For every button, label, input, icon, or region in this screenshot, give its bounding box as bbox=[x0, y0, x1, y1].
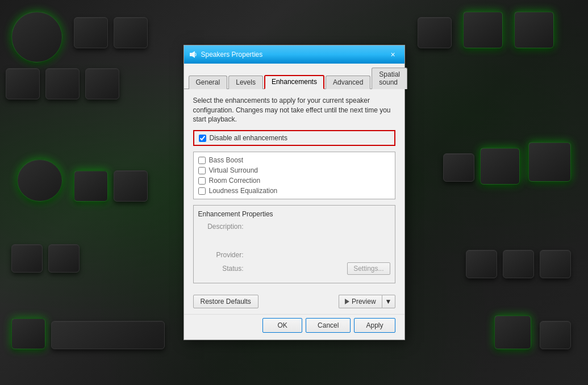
loudness-equalization-checkbox[interactable] bbox=[198, 187, 206, 195]
preview-group: Preview ▼ bbox=[339, 295, 395, 308]
speakers-icon bbox=[189, 50, 198, 59]
status-row: Status: Settings... bbox=[198, 262, 390, 275]
room-correction-label[interactable]: Room Correction bbox=[209, 177, 261, 185]
description-label: Description: bbox=[198, 223, 244, 231]
dialog-overlay: Speakers Properties × General Levels Enh… bbox=[0, 0, 588, 385]
bass-boost-label[interactable]: Bass Boost bbox=[209, 156, 244, 164]
properties-title: Enhancement Properties bbox=[198, 210, 390, 218]
disable-all-checkbox[interactable] bbox=[199, 135, 206, 142]
list-item: Virtual Surround bbox=[198, 166, 390, 175]
status-label: Status: bbox=[198, 265, 244, 273]
virtual-surround-label[interactable]: Virtual Surround bbox=[209, 166, 258, 174]
tab-spatial-sound[interactable]: Spatial sound bbox=[372, 68, 407, 89]
settings-button[interactable]: Settings... bbox=[347, 262, 390, 275]
tab-levels[interactable]: Levels bbox=[228, 76, 263, 89]
room-correction-checkbox[interactable] bbox=[198, 177, 206, 185]
action-row: OK Cancel Apply bbox=[184, 314, 404, 340]
tab-general[interactable]: General bbox=[189, 76, 228, 89]
list-item: Bass Boost bbox=[198, 156, 390, 165]
enhancements-list: Bass Boost Virtual Surround Room Correct… bbox=[193, 152, 395, 199]
bass-boost-checkbox[interactable] bbox=[198, 157, 206, 164]
enhancement-properties-section: Enhancement Properties Description: Prov… bbox=[193, 205, 395, 283]
speakers-properties-dialog: Speakers Properties × General Levels Enh… bbox=[184, 45, 405, 340]
close-button[interactable]: × bbox=[386, 49, 400, 60]
description-row: Description: bbox=[198, 223, 390, 231]
disable-all-row: Disable all enhancements bbox=[193, 130, 395, 146]
disable-all-label[interactable]: Disable all enhancements bbox=[210, 134, 287, 142]
preview-label: Preview bbox=[352, 298, 376, 306]
tab-bar: General Levels Enhancements Advanced Spa… bbox=[184, 64, 404, 89]
dialog-content: Select the enhancements to apply for you… bbox=[184, 89, 404, 290]
apply-button[interactable]: Apply bbox=[354, 318, 395, 333]
svg-marker-1 bbox=[192, 51, 195, 58]
ok-button[interactable]: OK bbox=[262, 318, 302, 333]
provider-row: Provider: bbox=[198, 251, 390, 259]
loudness-equalization-label[interactable]: Loudness Equalization bbox=[209, 187, 278, 195]
play-icon bbox=[345, 299, 349, 304]
preview-button[interactable]: Preview bbox=[339, 295, 382, 308]
virtual-surround-checkbox[interactable] bbox=[198, 167, 206, 174]
tab-advanced[interactable]: Advanced bbox=[326, 76, 370, 89]
dialog-title: Speakers Properties bbox=[201, 51, 386, 58]
svg-rect-0 bbox=[190, 53, 192, 56]
bottom-row: Restore Defaults Preview ▼ bbox=[184, 290, 404, 314]
provider-label: Provider: bbox=[198, 251, 244, 259]
restore-defaults-button[interactable]: Restore Defaults bbox=[193, 295, 258, 308]
preview-dropdown-button[interactable]: ▼ bbox=[382, 295, 395, 308]
tab-enhancements[interactable]: Enhancements bbox=[264, 75, 324, 89]
description-text: Select the enhancements to apply for you… bbox=[193, 96, 395, 124]
cancel-button[interactable]: Cancel bbox=[306, 318, 351, 333]
title-bar: Speakers Properties × bbox=[184, 45, 404, 64]
list-item: Loudness Equalization bbox=[198, 186, 390, 195]
list-item: Room Correction bbox=[198, 176, 390, 185]
